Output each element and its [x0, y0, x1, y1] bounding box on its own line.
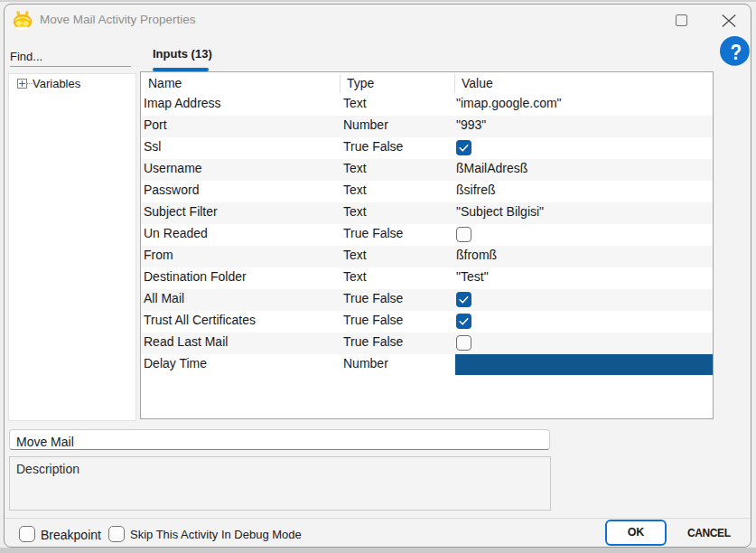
svg-text:?: ?: [731, 40, 742, 64]
